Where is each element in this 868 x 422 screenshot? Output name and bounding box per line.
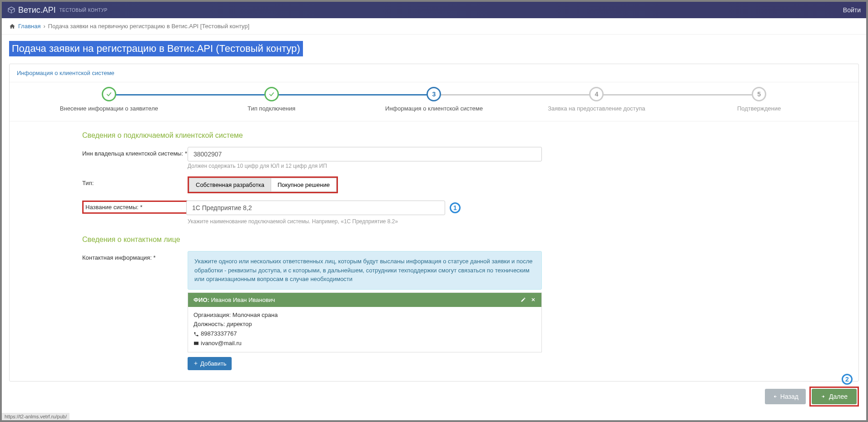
callout-2: 2 — [842, 374, 853, 385]
inn-input[interactable] — [188, 147, 542, 161]
breadcrumb-current: Подача заявки на первичную регистрацию в… — [48, 23, 249, 30]
arrow-left-icon — [772, 394, 778, 399]
type-toggle-group: Собственная разработка Покупное решение — [188, 176, 338, 193]
contact-card-header: ФИО: Иванов Иван Иванович — [188, 293, 541, 307]
panel-heading: Информация о клиентской системе — [10, 64, 858, 82]
check-icon — [106, 91, 112, 97]
page-title: Подача заявки на регистрацию в Ветис.API… — [9, 41, 303, 56]
step-2: Тип подключения — [190, 87, 353, 112]
env-label: ТЕСТОВЫЙ КОНТУР — [60, 8, 108, 13]
section-client-system: Сведения о подключаемой клиентской систе… — [82, 131, 831, 140]
sysname-hint: Укажите наименование подключаемой систем… — [188, 218, 542, 225]
check-icon — [268, 91, 275, 97]
plus-icon — [193, 361, 198, 366]
type-own-button[interactable]: Собственная разработка — [189, 178, 271, 192]
step-3: 3 Информация о клиентской системе — [353, 87, 516, 112]
status-url: https://t2-anlms.vetrf.ru/pub/ — [2, 413, 69, 420]
add-contact-button[interactable]: Добавить — [188, 357, 232, 370]
breadcrumb-home[interactable]: Главная — [18, 23, 40, 30]
step-4: 4 Заявка на предоставление доступа — [515, 87, 678, 112]
breadcrumb: Главная › Подача заявки на первичную рег… — [2, 18, 866, 35]
phone-icon — [193, 332, 199, 337]
wizard-nav: Назад Далее — [765, 387, 859, 407]
envelope-icon — [193, 341, 199, 346]
login-link[interactable]: Войти — [843, 6, 861, 14]
callout-1: 1 — [450, 202, 461, 213]
sysname-input[interactable] — [186, 201, 445, 215]
contact-label: Контактная информация: * — [82, 251, 188, 261]
cube-icon — [7, 6, 15, 14]
type-label: Тип: — [82, 176, 188, 186]
section-contact: Сведения о контактном лице — [82, 236, 831, 244]
contact-info-alert: Укажите одного или нескольких ответствен… — [188, 251, 542, 290]
arrow-right-icon — [821, 394, 826, 399]
inn-label: Инн владельца клиентской системы: * — [82, 147, 188, 157]
pencil-icon[interactable] — [521, 297, 526, 302]
stepper: Внесение информации о заявителе Тип подк… — [10, 82, 858, 121]
brand-name: Ветис.API — [18, 5, 56, 15]
close-icon[interactable] — [531, 297, 536, 302]
brand-logo[interactable]: Ветис.API — [7, 5, 56, 15]
inn-hint: Должен содержать 10 цифр для ЮЛ и 12 циф… — [188, 163, 542, 169]
home-icon — [9, 23, 15, 30]
contact-card: ФИО: Иванов Иван Иванович Организация: М… — [188, 292, 542, 352]
type-purchased-button[interactable]: Покупное решение — [271, 178, 337, 192]
topbar: Ветис.API ТЕСТОВЫЙ КОНТУР Войти — [2, 2, 866, 18]
main-panel: Информация о клиентской системе Внесение… — [9, 64, 859, 382]
step-5: 5 Подтверждение — [678, 87, 840, 112]
next-button[interactable]: Далее — [812, 389, 857, 404]
step-1: Внесение информации о заявителе — [28, 87, 190, 112]
back-button[interactable]: Назад — [765, 389, 806, 404]
sysname-label: Название системы: * — [82, 201, 188, 214]
